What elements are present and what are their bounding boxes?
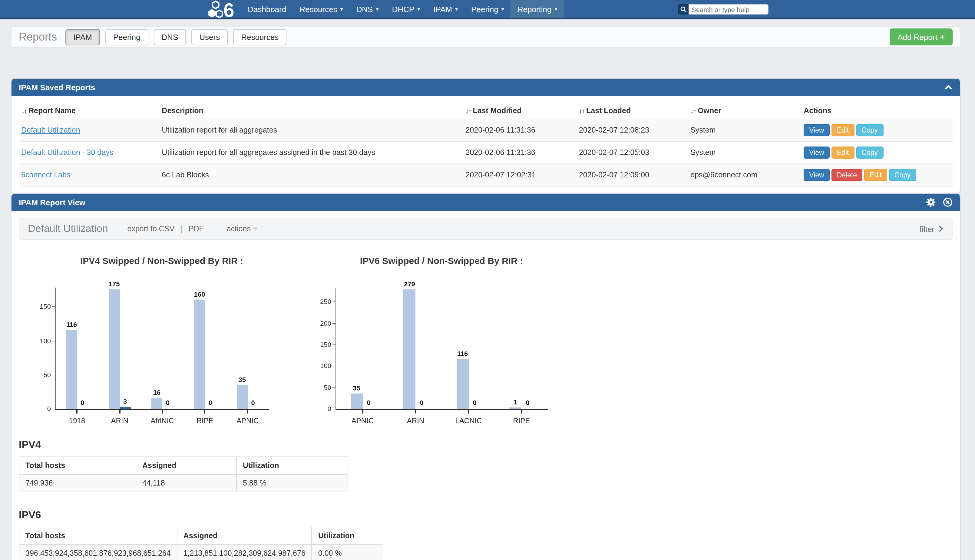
table-row: Default Utilization - 30 daysUtilization… [19,142,953,164]
ipam-report-view-panel: IPAM Report View [11,193,960,560]
y-tick-label: 100 [34,337,51,344]
bar-value-label: 0 [243,399,263,406]
cell: 2020-02-06 11:31:36 [463,142,577,164]
report-link[interactable]: 6connect Labs [21,171,70,179]
bar-value-label: 35 [347,385,367,392]
col-header-total-hosts: Total hosts [19,527,177,545]
y-tick-label: 50 [34,371,51,378]
chart-plot: 050100150116019181753ARIN160AfriNIC1600R… [55,288,269,410]
nav-item-dashboard[interactable]: Dashboard [241,0,293,18]
bar-swipped-1918 [66,330,77,408]
report-link[interactable]: Default Utilization - 30 days [21,148,113,157]
x-tick [415,410,416,413]
tab-peering[interactable]: Peering [105,29,148,45]
bar-non-swipped-arin [120,407,130,408]
chart-title: IPV6 Swipped / Non-Swipped By RIR : [335,255,547,266]
tab-ipam[interactable]: IPAM [65,29,100,45]
col-header-last-loaded[interactable]: ↓↑Last Loaded [577,103,688,119]
cell: 396,453,924,358,601,876,923,968,651,264 [19,545,177,560]
view-button[interactable]: View [803,124,829,136]
bar-value-label: 116 [61,321,82,328]
cell: 6c Lab Blocks [159,164,463,186]
bar-swipped-arin [109,289,120,408]
view-button[interactable]: View [803,147,829,158]
main-nav: DashboardResources▾DNS▾DHCP▾IPAM▾Peering… [241,0,564,18]
sort-icon: ↓↑ [466,107,471,114]
col-header-owner[interactable]: ↓↑Owner [688,103,801,119]
bar-value-label: 16 [147,389,167,396]
report-toolbar: Default Utilization export to CSV | PDF … [19,218,953,240]
bar-value-label: 175 [104,280,125,288]
col-header-total-hosts: Total hosts [19,457,136,474]
tab-users[interactable]: Users [192,29,228,45]
search-icon [680,6,687,13]
close-icon[interactable] [943,197,953,207]
cell: 2020-02-06 11:31:36 [463,119,577,142]
nav-item-peering[interactable]: Peering▾ [465,0,511,18]
bar-value-label: 0 [157,399,178,406]
ipam-saved-reports-panel: IPAM Saved Reports ↓↑Report NameDescript… [11,78,960,194]
cell: 1,213,851,100,282,309,624,987,676 [177,545,312,560]
saved-reports-title: IPAM Saved Reports [19,83,95,92]
nav-item-dhcp[interactable]: DHCP▾ [385,0,427,18]
edit-button[interactable]: Edit [864,169,887,181]
chevron-up-icon[interactable] [944,84,953,90]
cell: System [688,119,801,142]
nav-item-ipam[interactable]: IPAM▾ [427,0,465,18]
chart-plot: 050100150200250350APNIC2790ARIN1160LACNI… [335,288,548,410]
edit-button[interactable]: Edit [832,147,855,158]
bar-value-label: 35 [232,376,253,383]
sort-icon: ↓↑ [579,107,584,114]
tab-resources[interactable]: Resources [233,29,287,45]
report-name: Default Utilization [28,223,108,235]
add-report-button[interactable]: Add Report+ [890,28,953,45]
chevron-down-icon: ▾ [417,6,420,12]
saved-reports-header: IPAM Saved Reports [12,79,960,96]
ipv6-summary-table: Total hostsAssignedUtilization396,453,92… [19,527,383,560]
copy-button[interactable]: Copy [856,124,883,136]
search-input[interactable] [688,4,768,15]
col-header-last-modified[interactable]: ↓↑Last Modified [463,103,577,119]
x-category-label: APNIC [337,417,388,425]
page-title: Reports [19,30,57,43]
pdf-link[interactable]: PDF [188,225,204,233]
x-category-label: ARIN [390,417,441,425]
y-tick [332,302,336,302]
view-button[interactable]: View [803,169,829,181]
nav-item-resources[interactable]: Resources▾ [293,0,350,18]
filter-toggle[interactable]: filter [920,224,943,233]
copy-button[interactable]: Copy [889,169,916,181]
tab-dns[interactable]: DNS [153,29,186,45]
separator: | [180,225,183,233]
bar-value-label: 0 [412,399,432,406]
col-header-report-name[interactable]: ↓↑Report Name [19,103,159,119]
delete-button[interactable]: Delete [832,169,863,181]
bar-value-label: 0 [72,399,93,406]
cell: 749,936 [19,474,136,492]
y-tick [332,345,336,345]
table-row: 749,93644,1185.88 % [19,474,348,492]
edit-button[interactable]: Edit [832,124,855,136]
report-link[interactable]: Default Utilization [21,126,80,134]
y-tick-label: 250 [314,298,331,305]
search-group [678,4,768,15]
y-tick-label: 100 [314,362,331,370]
report-tabs: IPAMPeeringDNSUsersResources [65,29,292,45]
search-button[interactable] [678,4,688,15]
nav-item-reporting[interactable]: Reporting▾ [511,0,564,18]
chevron-down-icon: ▾ [376,6,378,12]
cell: Utilization report for all aggregates as… [159,142,463,164]
export-csv-link[interactable]: export to CSV [127,225,175,233]
6connect-logo[interactable]: 6 [208,1,235,18]
nav-item-dns[interactable]: DNS▾ [350,0,385,18]
x-tick [362,410,363,413]
gear-icon[interactable] [926,197,936,207]
chevron-down-icon: ▾ [455,6,458,12]
ipv4-summary-table: Total hostsAssignedUtilization749,93644,… [19,457,348,492]
actions-menu[interactable]: actions + [227,225,257,233]
cell: 44,118 [136,474,237,492]
charts-row: IPV4 Swipped / Non-Swipped By RIR :05010… [32,255,953,428]
chevron-down-icon: ▾ [554,6,557,12]
bar-swipped-ripe [194,300,205,408]
copy-button[interactable]: Copy [856,147,883,158]
